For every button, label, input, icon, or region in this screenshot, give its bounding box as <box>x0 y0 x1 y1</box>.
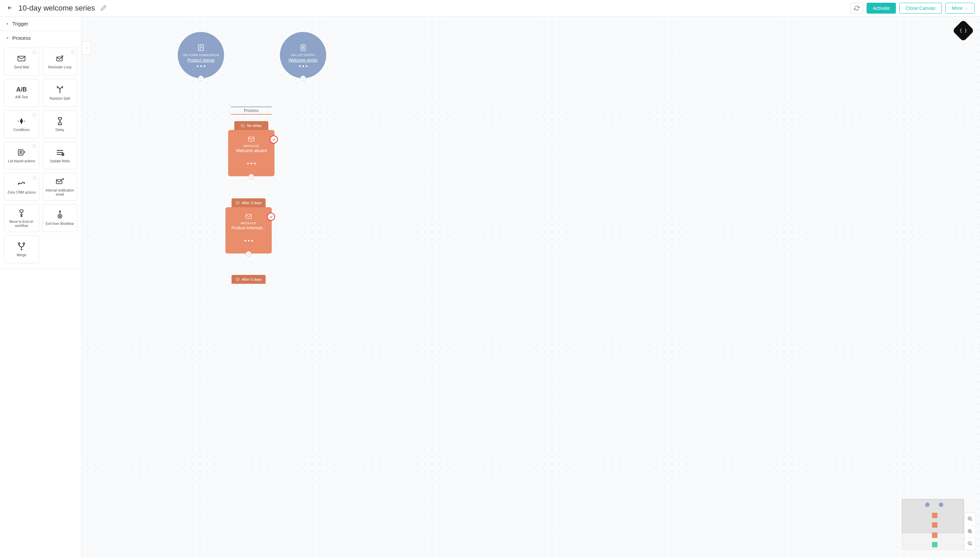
tool-label: Reminder Loop <box>47 65 73 70</box>
tool-internal-notification-email[interactable]: Internal notification email <box>43 173 77 201</box>
trigger-caption: ON LIST ENTRY <box>291 53 315 57</box>
more-label: More <box>952 5 963 11</box>
message-title: Welcome aboard <box>236 148 267 153</box>
tool-update-fields[interactable]: Update fields <box>43 141 77 169</box>
tool-send-mail[interactable]: Send Mail <box>4 48 39 75</box>
chevron-down-icon[interactable] <box>249 174 254 179</box>
zoom-in-button[interactable] <box>965 513 975 525</box>
tool-list-based-actions[interactable]: List based actions <box>4 141 39 169</box>
trigger-link[interactable]: Welcome series <box>288 58 317 62</box>
tool-label: Merge <box>15 253 28 258</box>
tool-label: Exit from Workflow <box>44 222 75 226</box>
more-dots-icon[interactable] <box>299 65 308 67</box>
svg-rect-15 <box>249 137 254 141</box>
tool-label: Zoho CRM actions <box>6 190 37 195</box>
tool-reminder-loop[interactable]: Reminder Loop <box>43 48 77 75</box>
trigger-list-entry[interactable]: ON LIST ENTRY Welcome series <box>280 32 326 78</box>
tool-label: A/B Test <box>14 95 29 100</box>
zoom-reset-button[interactable] <box>965 525 975 537</box>
delay-pill-3-days[interactable]: After 3 days <box>232 199 265 207</box>
svg-point-11 <box>23 243 25 244</box>
back-button[interactable] <box>5 3 14 13</box>
zoom-out-button[interactable] <box>965 537 975 550</box>
more-button[interactable]: More <box>945 3 975 14</box>
svg-point-3 <box>20 151 22 153</box>
tool-conditions[interactable]: Conditions <box>4 110 39 138</box>
trigger-section-header[interactable]: Trigger <box>0 17 81 31</box>
tool-exit-from-workflow[interactable]: Exit from Workflow <box>43 204 77 232</box>
collapse-sidebar-handle[interactable] <box>82 41 91 55</box>
header-bar: 10-day welcome series Activate Close Can… <box>0 0 980 17</box>
canvas-area[interactable]: ON FORM SUBMISSION Product signup ON LIS… <box>82 17 980 558</box>
chevron-down-icon[interactable] <box>198 75 204 81</box>
trigger-section-label: Trigger <box>12 21 28 26</box>
message-caption: MESSAGE <box>241 222 257 225</box>
status-check-icon <box>270 135 278 144</box>
tool-label: Move to End-of-workflow <box>5 220 39 228</box>
trigger-caption: ON FORM SUBMISSION <box>183 53 219 57</box>
chevron-down-icon[interactable] <box>300 75 306 81</box>
more-dots-icon[interactable] <box>247 162 256 164</box>
message-node-product-information[interactable]: MESSAGE Product informati... <box>226 207 272 253</box>
refresh-button[interactable] <box>850 3 863 14</box>
message-title: Product informati... <box>232 226 266 230</box>
message-caption: MESSAGE <box>244 144 259 148</box>
tool-label: Random Split <box>48 97 71 101</box>
connectors <box>82 17 184 68</box>
close-canvas-button[interactable]: Close Canvas <box>899 3 942 14</box>
workflow-title: 10-day welcome series <box>18 4 95 13</box>
tool-label: Update fields <box>49 159 71 164</box>
delay-pill-5-days[interactable]: After 5 days <box>232 275 265 284</box>
status-check-icon <box>267 213 275 221</box>
edit-title-icon[interactable] <box>100 5 107 12</box>
tool-zoho-crm-actions[interactable]: Zoho CRM actions <box>4 173 39 201</box>
tool-move-to-end-of-workflow[interactable]: Move to End-of-workflow <box>4 204 39 232</box>
tool-label: Delay <box>54 128 66 132</box>
process-section-header[interactable]: Process <box>0 31 81 45</box>
trigger-link[interactable]: Product signup <box>187 58 214 62</box>
delay-text: After 5 days <box>242 277 262 281</box>
minimap[interactable] <box>902 499 964 550</box>
code-badge-icon[interactable]: { } <box>952 20 974 41</box>
more-dots-icon[interactable] <box>197 65 205 67</box>
trigger-form-submission[interactable]: ON FORM SUBMISSION Product signup <box>178 32 224 78</box>
message-node-welcome-aboard[interactable]: MESSAGE Welcome aboard <box>228 130 275 176</box>
svg-point-7 <box>21 215 23 217</box>
svg-rect-6 <box>20 210 23 212</box>
delay-text: After 3 days <box>242 201 262 205</box>
process-label: Process <box>231 107 272 114</box>
delay-text: No delay <box>247 123 262 128</box>
chevron-down-icon[interactable] <box>246 251 251 256</box>
zoom-controls <box>964 512 976 550</box>
tool-label: Conditions <box>12 128 31 132</box>
svg-rect-0 <box>18 56 25 61</box>
tool-merge[interactable]: Merge <box>4 235 39 263</box>
delay-pill-no-delay[interactable]: No delay <box>234 121 268 130</box>
svg-rect-1 <box>56 57 62 61</box>
svg-rect-5 <box>56 180 62 184</box>
process-divider: Process <box>231 107 272 115</box>
tool-label: Internal notification email <box>43 189 77 197</box>
more-dots-icon[interactable] <box>244 240 253 241</box>
tool-random-split[interactable]: Random Split <box>43 79 77 107</box>
tool-label: Send Mail <box>13 65 30 70</box>
svg-point-14 <box>302 46 304 47</box>
svg-point-10 <box>18 243 20 244</box>
tool-label: List based actions <box>7 159 36 164</box>
svg-point-9 <box>59 211 61 212</box>
activate-button[interactable]: Activate <box>866 3 896 14</box>
process-section-label: Process <box>12 35 31 41</box>
sidebar: Trigger Process Send Mail Reminder Loop <box>0 17 82 558</box>
svg-rect-16 <box>246 214 252 219</box>
tool-ab-test[interactable]: A/B A/B Test <box>4 79 39 107</box>
ab-glyph: A/B <box>16 86 27 93</box>
tool-delay[interactable]: Delay <box>43 110 77 138</box>
